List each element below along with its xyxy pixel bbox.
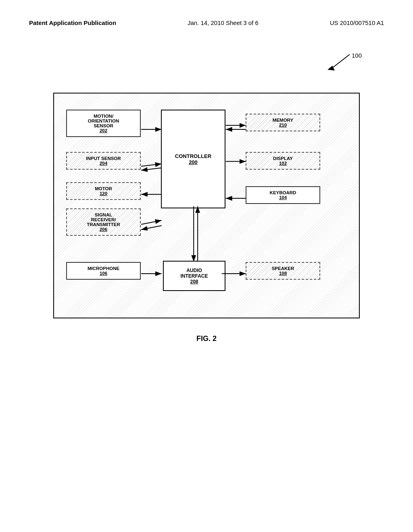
memory-box: MEMORY210 — [246, 114, 320, 131]
microphone-box: MICROPHONE106 — [66, 262, 141, 280]
svg-line-8 — [141, 164, 162, 166]
svg-line-0 — [332, 54, 350, 69]
page-header: Patent Application Publication Jan. 14, … — [0, 0, 413, 26]
motor-box: MOTOR120 — [66, 182, 141, 200]
input-sensor-box: INPUT SENSOR204 — [66, 152, 141, 170]
svg-text:100: 100 — [352, 52, 362, 59]
keyboard-box: KEYBOARD104 — [246, 186, 320, 204]
display-box: DISPLAY102 — [246, 152, 320, 170]
svg-line-12 — [141, 220, 162, 224]
main-diagram-box: MOTION/ORIENTATIONSENSOR202 INPUT SENSOR… — [53, 93, 360, 318]
svg-line-13 — [141, 226, 162, 230]
diagram-area: 100 — [33, 50, 380, 343]
figure-caption: FIG. 2 — [33, 335, 380, 343]
motion-sensor-box: MOTION/ORIENTATIONSENSOR202 — [66, 110, 141, 137]
header-left: Patent Application Publication — [29, 19, 116, 26]
svg-line-9 — [141, 168, 162, 170]
header-right: US 2010/007510 A1 — [330, 19, 384, 26]
signal-box: SIGNALRECEIVER/TRANSMITTER206 — [66, 208, 141, 236]
header-center: Jan. 14, 2010 Sheet 3 of 6 — [188, 19, 259, 26]
audio-interface-box: AUDIOINTERFACE208 — [163, 261, 225, 291]
controller-box: CONTROLLER200 — [161, 110, 225, 208]
speaker-box: SPEAKER108 — [246, 262, 320, 280]
